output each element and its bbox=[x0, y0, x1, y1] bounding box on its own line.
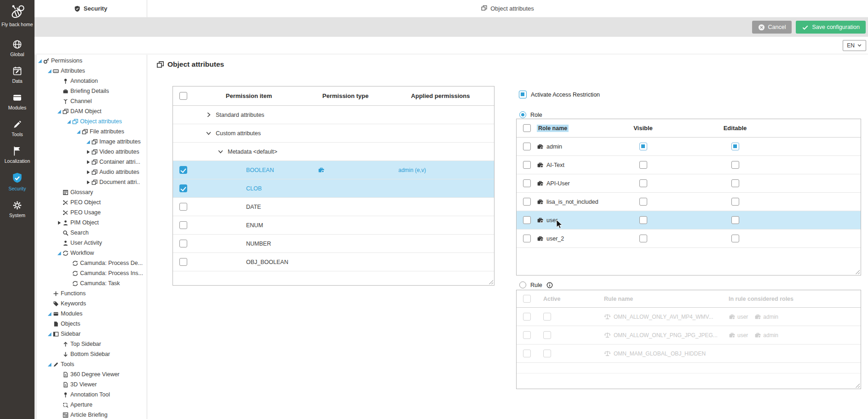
tree-item-camunda-process-ins[interactable]: Camunda: Process Ins... bbox=[34, 268, 147, 278]
permission-row-custom-attributes[interactable]: Custom attributes bbox=[173, 124, 494, 143]
rail-item-fly-back-home[interactable]: Fly back home bbox=[0, 4, 34, 28]
tree-item-objects[interactable]: Objects bbox=[34, 319, 147, 329]
tree-item-document-attri[interactable]: Document attri.. bbox=[34, 177, 147, 187]
editable-checkbox[interactable] bbox=[731, 198, 739, 206]
permission-row-number[interactable]: NUMBER bbox=[173, 235, 494, 253]
tree-item-user-activity[interactable]: User Activity bbox=[34, 238, 147, 248]
caret-expanded-icon[interactable] bbox=[37, 58, 42, 63]
permission-row-enum[interactable]: ENUM bbox=[173, 216, 494, 235]
caret-expanded-icon[interactable] bbox=[46, 331, 52, 337]
resize-handle[interactable] bbox=[855, 383, 860, 388]
rail-item-tools[interactable]: Tools bbox=[0, 119, 34, 138]
visible-checkbox[interactable] bbox=[639, 198, 647, 206]
role-select-checkbox[interactable] bbox=[523, 235, 531, 242]
caret-expanded-icon[interactable] bbox=[46, 362, 52, 367]
role-select-checkbox[interactable] bbox=[523, 143, 531, 150]
tree-item-annotation[interactable]: Annotation bbox=[34, 76, 147, 86]
caret-expanded-icon[interactable] bbox=[46, 311, 52, 316]
tree-item-3d-viewer[interactable]: 3D Viewer bbox=[34, 379, 147, 390]
rail-item-data[interactable]: Data bbox=[0, 65, 34, 84]
rule-radio[interactable] bbox=[519, 281, 526, 288]
role-row-admin[interactable]: admin bbox=[517, 138, 861, 156]
tree-item-object-attributes[interactable]: Object attributes bbox=[34, 116, 147, 126]
rail-item-global[interactable]: Global bbox=[0, 39, 34, 57]
tree-item-attributes[interactable]: Attributes bbox=[34, 66, 147, 76]
caret-expanded-icon[interactable] bbox=[75, 129, 81, 134]
tree-item-dam-object[interactable]: DAM Object bbox=[34, 106, 147, 116]
visible-checkbox[interactable] bbox=[639, 235, 647, 242]
editable-checkbox[interactable] bbox=[731, 216, 739, 224]
rail-item-system[interactable]: System bbox=[0, 200, 34, 218]
tree-item-top-sidebar[interactable]: Top Sidebar bbox=[34, 339, 147, 349]
permission-row-metadata-default[interactable]: Metadata <default> bbox=[173, 143, 494, 161]
caret-collapsed-icon[interactable] bbox=[85, 159, 91, 165]
chevron-down-icon[interactable] bbox=[218, 149, 224, 155]
info-icon[interactable] bbox=[546, 282, 553, 288]
visible-checkbox[interactable] bbox=[639, 179, 647, 187]
select-all-checkbox[interactable] bbox=[179, 92, 187, 100]
editable-checkbox[interactable] bbox=[731, 161, 739, 169]
editable-checkbox[interactable] bbox=[731, 143, 739, 150]
tree-item-file-attributes[interactable]: File attributes bbox=[34, 126, 147, 137]
tree-item-functions[interactable]: Functions bbox=[34, 288, 147, 298]
permission-row-standard-attributes[interactable]: Standard attributes bbox=[173, 106, 494, 124]
rail-item-modules[interactable]: Modules bbox=[0, 92, 34, 111]
permission-checkbox[interactable] bbox=[179, 258, 187, 266]
permission-checkbox[interactable] bbox=[179, 184, 187, 192]
tree-item-sidebar[interactable]: Sidebar bbox=[34, 329, 147, 339]
permission-checkbox[interactable] bbox=[179, 166, 187, 174]
tree-item-permissions[interactable]: Permissions bbox=[34, 56, 147, 66]
caret-collapsed-icon[interactable] bbox=[85, 149, 91, 155]
rail-item-security[interactable]: Security bbox=[0, 172, 34, 192]
role-select-checkbox[interactable] bbox=[523, 161, 531, 169]
chevron-right-icon[interactable] bbox=[206, 112, 212, 118]
rail-item-localization[interactable]: Localization bbox=[0, 145, 34, 164]
tree-item-keywords[interactable]: Keywords bbox=[34, 298, 147, 309]
role-select-checkbox[interactable] bbox=[523, 179, 531, 187]
save-configuration-button[interactable]: Save configuration bbox=[796, 21, 866, 34]
language-dropdown[interactable]: EN bbox=[843, 40, 866, 51]
tree-item-audio-attributes[interactable]: Audio attributes bbox=[34, 167, 147, 177]
cancel-button[interactable]: Cancel bbox=[752, 21, 792, 34]
tree-item-modules[interactable]: Modules bbox=[34, 309, 147, 319]
role-row-ai-text[interactable]: AI-Text bbox=[517, 156, 861, 174]
tree-item-pim-object[interactable]: PIM Object bbox=[34, 218, 147, 228]
resize-handle[interactable] bbox=[855, 269, 860, 274]
resize-handle[interactable] bbox=[488, 279, 493, 284]
visible-checkbox[interactable] bbox=[639, 143, 647, 150]
visible-checkbox[interactable] bbox=[639, 161, 647, 169]
caret-expanded-icon[interactable] bbox=[56, 250, 62, 256]
activate-access-restriction-checkbox[interactable] bbox=[519, 91, 527, 98]
permission-checkbox[interactable] bbox=[179, 240, 187, 247]
tree-item-briefing-details[interactable]: Briefing Details bbox=[34, 86, 147, 96]
role-row-api-user[interactable]: API-User bbox=[517, 174, 861, 193]
tree-item-tools[interactable]: Tools bbox=[34, 359, 147, 369]
tree-item-article-briefing[interactable]: Article Briefing bbox=[34, 410, 147, 419]
tree-item-container-attri[interactable]: Container attri... bbox=[34, 157, 147, 167]
caret-expanded-icon[interactable] bbox=[66, 119, 71, 124]
tree-item-bottom-sidebar[interactable]: Bottom Sidebar bbox=[34, 349, 147, 359]
visible-checkbox[interactable] bbox=[639, 216, 647, 224]
permission-row-obj-boolean[interactable]: OBJ_BOOLEAN bbox=[173, 253, 494, 271]
tree-item-aperture[interactable]: Aperture bbox=[34, 400, 147, 410]
role-row-user[interactable]: user bbox=[517, 211, 861, 230]
tree-item-annotation-tool[interactable]: Annotation Tool bbox=[34, 390, 147, 400]
permission-checkbox[interactable] bbox=[179, 203, 187, 211]
permission-row-boolean[interactable]: BOOLEAN admin (e,v) bbox=[173, 161, 494, 179]
role-row-lisa-is-not-included[interactable]: lisa_is_not_included bbox=[517, 193, 861, 211]
tree-item-peo-usage[interactable]: PEO Usage bbox=[34, 207, 147, 218]
editable-checkbox[interactable] bbox=[731, 179, 739, 187]
role-select-checkbox[interactable] bbox=[523, 198, 531, 206]
tree-item-camunda-task[interactable]: Camunda: Task bbox=[34, 278, 147, 288]
tree-item-image-attributes[interactable]: Image attributes bbox=[34, 137, 147, 147]
permission-row-clob[interactable]: CLOB bbox=[173, 179, 494, 198]
tree-item-workflow[interactable]: Workflow bbox=[34, 248, 147, 258]
caret-collapsed-icon[interactable] bbox=[85, 169, 91, 175]
tree-item-video-attributes[interactable]: Video attributes bbox=[34, 147, 147, 157]
tree-item-peo-object[interactable]: PEO Object bbox=[34, 197, 147, 207]
caret-collapsed-icon[interactable] bbox=[56, 220, 62, 225]
tree-item-camunda-process-de[interactable]: Camunda: Process De... bbox=[34, 258, 147, 268]
permission-row-date[interactable]: DATE bbox=[173, 198, 494, 216]
permission-checkbox[interactable] bbox=[179, 221, 187, 229]
caret-collapsed-icon[interactable] bbox=[85, 179, 91, 185]
